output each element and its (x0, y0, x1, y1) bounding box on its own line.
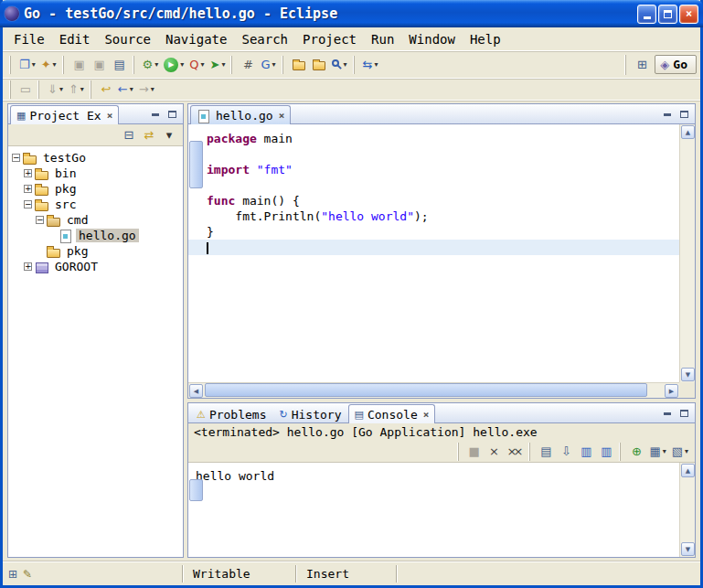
toolbar-grip (353, 56, 357, 74)
new-wizard-button[interactable]: ❐▾ (16, 55, 38, 75)
menu-run[interactable]: Run (364, 29, 401, 49)
collapse-all-button[interactable]: ⊟ (119, 125, 139, 145)
collapse-expander-icon[interactable]: − (12, 154, 20, 162)
tree-item-cmd[interactable]: −cmd (8, 212, 183, 228)
remove-all-launches-button[interactable]: ×× (505, 442, 527, 462)
minimize-console-button[interactable] (661, 408, 674, 419)
scroll-down-icon[interactable]: ▼ (681, 368, 695, 381)
pin-console-button[interactable]: ⊕ (626, 442, 646, 462)
menu-edit[interactable]: Edit (52, 29, 98, 49)
menu-window[interactable]: Window (401, 29, 463, 49)
menu-navigate[interactable]: Navigate (158, 29, 234, 49)
code-line[interactable] (207, 177, 679, 193)
code-line[interactable] (188, 240, 679, 255)
open-go-folder-button[interactable] (289, 55, 309, 75)
run-last-button[interactable]: Q▾ (186, 55, 207, 75)
maximize-console-button[interactable] (677, 408, 690, 419)
tab-project-explorer[interactable]: ▦ Project Ex × (10, 105, 119, 124)
status-separator (396, 565, 398, 583)
pkg-icon (47, 214, 60, 226)
tree-item-bin[interactable]: +bin (8, 166, 183, 181)
console-vscroll-thumb[interactable] (189, 479, 203, 501)
stderr-activate-button[interactable]: ▥ (596, 442, 616, 462)
external-tools-button[interactable]: ➤▾ (208, 55, 229, 75)
console-scroll-down-icon[interactable]: ▼ (681, 542, 695, 556)
remove-launch-button[interactable]: × (485, 442, 505, 462)
tree-item-hello.go[interactable]: hello.go (8, 228, 183, 243)
code-line[interactable]: import "fmt" (207, 162, 679, 177)
tree-item-GOROOT[interactable]: +GOROOT (8, 259, 183, 274)
menu-source[interactable]: Source (97, 29, 158, 49)
collapse-expander-icon[interactable]: − (36, 216, 44, 224)
scroll-left-icon[interactable]: ◀ (189, 384, 203, 398)
fast-view-button[interactable]: ⊞ (8, 568, 17, 581)
scroll-up-icon[interactable]: ▲ (681, 125, 695, 139)
maximize-view-button[interactable] (165, 109, 178, 120)
expand-expander-icon[interactable]: + (24, 262, 32, 271)
open-console-button[interactable]: ▧▾ (669, 442, 691, 462)
scroll-right-icon[interactable]: ▶ (665, 384, 678, 398)
toolbar-grip (133, 56, 137, 74)
menu-project[interactable]: Project (295, 29, 364, 49)
open-perspective-button[interactable]: ⊞ (632, 55, 652, 75)
tree-item-pkg[interactable]: +pkg (8, 181, 183, 197)
maximize-editor-button[interactable] (677, 109, 690, 120)
back-button[interactable]: ←▾ (115, 80, 136, 99)
console-output-area[interactable]: hello world ▲ ▼ (188, 463, 695, 557)
editor-vscroll-thumb[interactable] (189, 141, 203, 188)
scroll-lock-button[interactable]: ⇩ (556, 442, 576, 462)
collapse-expander-icon[interactable]: − (24, 200, 32, 208)
console-scroll-up-icon[interactable]: ▲ (681, 464, 695, 477)
close-button[interactable]: × (679, 5, 698, 24)
save-all-button-icon: ▣ (93, 59, 104, 70)
open-project-folder-button[interactable] (309, 55, 329, 75)
editor-hscroll-thumb[interactable] (205, 383, 647, 397)
minimize-button[interactable] (637, 5, 656, 24)
stdout-activate-button[interactable]: ▥ (576, 442, 596, 462)
tab-hello-go[interactable]: hello.go × (190, 105, 291, 124)
tree-item-testGo[interactable]: −testGo (8, 150, 183, 166)
close-view-icon[interactable]: × (107, 110, 113, 122)
code-line[interactable]: } (207, 224, 679, 240)
search-button[interactable]: ▾ (329, 55, 350, 75)
clear-console-button[interactable]: ▤ (536, 442, 556, 462)
minimize-editor-button[interactable] (661, 109, 674, 120)
titlebar[interactable]: Go - testGo/src/cmd/hello.go - Eclipse × (0, 0, 703, 27)
menu-file[interactable]: File (6, 29, 52, 49)
code-editor[interactable]: package mainimport "fmt"func main() { fm… (188, 124, 695, 398)
menu-search[interactable]: Search (234, 29, 295, 49)
menu-help[interactable]: Help (463, 29, 508, 49)
team-sync-button[interactable]: ⇆▾ (360, 55, 381, 75)
code-area[interactable]: package mainimport "fmt"func main() { fm… (188, 124, 679, 382)
view-menu-button[interactable]: ▾ (159, 125, 179, 145)
console-vertical-scrollbar[interactable]: ▲ ▼ (679, 463, 695, 557)
editor-vertical-scrollbar[interactable]: ▲ ▼ (679, 124, 695, 382)
close-tab-icon[interactable]: × (279, 110, 285, 122)
tree-item-pkg[interactable]: pkg (8, 243, 183, 259)
print-button[interactable]: ▤ (110, 55, 130, 75)
tab-history[interactable]: ↻History (273, 404, 348, 423)
go-grid-button[interactable]: # (238, 55, 258, 75)
code-line[interactable]: fmt.Println("hello world"); (207, 208, 679, 224)
last-edit-location-button[interactable]: ↩ (97, 80, 115, 99)
debug-button[interactable]: ⚙▾ (140, 55, 162, 75)
go-status-button[interactable]: ✎ (23, 568, 32, 581)
go-build-button[interactable]: G▾ (258, 55, 278, 75)
new-go-element-button[interactable]: ✦▾ (38, 55, 59, 75)
display-console-button[interactable]: ▦▾ (646, 442, 668, 462)
go-perspective-button[interactable]: ◈ Go (655, 55, 697, 74)
link-with-editor-button[interactable]: ⇄ (139, 125, 159, 145)
code-line[interactable]: func main() { (207, 193, 679, 208)
code-line[interactable] (207, 146, 679, 162)
run-button[interactable]: ▶▾ (161, 55, 186, 75)
minimize-view-button[interactable] (149, 109, 162, 120)
maximize-button[interactable] (658, 5, 677, 24)
expand-expander-icon[interactable]: + (24, 169, 32, 177)
tab-problems[interactable]: ⚠Problems (190, 404, 273, 423)
close-tab-icon[interactable]: × (423, 409, 430, 421)
tree-item-src[interactable]: −src (8, 197, 183, 212)
tab-console[interactable]: ▤Console× (348, 404, 436, 423)
terminate-button-icon: ■ (468, 445, 479, 457)
expand-expander-icon[interactable]: + (24, 185, 32, 193)
code-line[interactable]: package main (207, 131, 679, 146)
